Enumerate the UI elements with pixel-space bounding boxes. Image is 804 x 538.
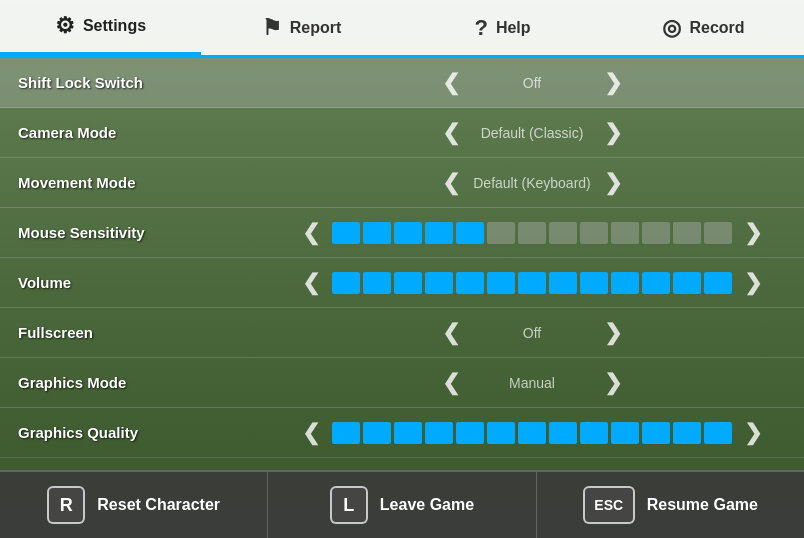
arrow-right-fullscreen[interactable]: ❯ bbox=[600, 320, 626, 346]
setting-value-camera-mode: Default (Classic) bbox=[472, 125, 592, 141]
slider-segment-8 bbox=[580, 422, 608, 444]
record-icon: ◎ bbox=[662, 15, 681, 41]
arrow-right-graphics-mode[interactable]: ❯ bbox=[600, 370, 626, 396]
setting-control-movement-mode: ❮Default (Keyboard)❯ bbox=[270, 170, 794, 196]
action-reset[interactable]: RReset Character bbox=[0, 472, 268, 538]
setting-label-graphics-mode: Graphics Mode bbox=[10, 374, 270, 391]
nav-label-report: Report bbox=[290, 19, 342, 37]
setting-value-movement-mode: Default (Keyboard) bbox=[472, 175, 592, 191]
report-icon: ⚑ bbox=[262, 15, 282, 41]
nav-label-help: Help bbox=[496, 19, 531, 37]
slider-segment-3 bbox=[425, 222, 453, 244]
slider-segment-5 bbox=[487, 422, 515, 444]
setting-row-movement-mode: Movement Mode❮Default (Keyboard)❯ bbox=[0, 158, 804, 208]
slider-segment-6 bbox=[518, 272, 546, 294]
slider-segment-2 bbox=[394, 272, 422, 294]
arrow-left-graphics-mode[interactable]: ❮ bbox=[438, 370, 464, 396]
setting-control-volume: ❮❯ bbox=[270, 270, 794, 296]
slider-segment-1 bbox=[363, 422, 391, 444]
setting-value-shift-lock: Off bbox=[472, 75, 592, 91]
slider-graphics-quality bbox=[332, 422, 732, 444]
setting-row-graphics-mode: Graphics Mode❮Manual❯ bbox=[0, 358, 804, 408]
slider-segment-10 bbox=[642, 272, 670, 294]
settings-icon: ⚙ bbox=[55, 13, 75, 39]
setting-control-mouse-sensitivity: ❮❯ bbox=[270, 220, 794, 246]
arrow-right-mouse-sensitivity[interactable]: ❯ bbox=[740, 220, 766, 246]
nav-item-help[interactable]: ?Help bbox=[402, 0, 603, 55]
nav-item-settings[interactable]: ⚙Settings bbox=[0, 0, 201, 55]
slider-segment-7 bbox=[549, 272, 577, 294]
help-icon: ? bbox=[474, 15, 487, 41]
setting-label-camera-mode: Camera Mode bbox=[10, 124, 270, 141]
setting-label-graphics-quality: Graphics Quality bbox=[10, 424, 270, 441]
nav-bar: ⚙Settings⚑Report?Help◎Record bbox=[0, 0, 804, 58]
slider-segment-8 bbox=[580, 222, 608, 244]
slider-segment-12 bbox=[704, 422, 732, 444]
slider-segment-4 bbox=[456, 422, 484, 444]
setting-row-mouse-sensitivity: Mouse Sensitivity❮❯ bbox=[0, 208, 804, 258]
key-badge-resume: ESC bbox=[583, 486, 635, 524]
slider-segment-2 bbox=[394, 422, 422, 444]
setting-row-graphics-quality: Graphics Quality❮❯ bbox=[0, 408, 804, 458]
setting-label-shift-lock: Shift Lock Switch bbox=[10, 74, 270, 91]
action-label-resume: Resume Game bbox=[647, 496, 758, 514]
action-resume[interactable]: ESCResume Game bbox=[537, 472, 804, 538]
slider-segment-7 bbox=[549, 222, 577, 244]
slider-segment-5 bbox=[487, 272, 515, 294]
setting-value-graphics-mode: Manual bbox=[472, 375, 592, 391]
setting-control-graphics-mode: ❮Manual❯ bbox=[270, 370, 794, 396]
action-label-leave: Leave Game bbox=[380, 496, 474, 514]
slider-segment-1 bbox=[363, 222, 391, 244]
slider-segment-6 bbox=[518, 222, 546, 244]
slider-mouse-sensitivity bbox=[332, 222, 732, 244]
settings-area: Shift Lock Switch❮Off❯Camera Mode❮Defaul… bbox=[0, 58, 804, 470]
arrow-left-volume[interactable]: ❮ bbox=[298, 270, 324, 296]
slider-segment-0 bbox=[332, 272, 360, 294]
slider-segment-9 bbox=[611, 272, 639, 294]
setting-control-shift-lock: ❮Off❯ bbox=[270, 70, 794, 96]
arrow-right-graphics-quality[interactable]: ❯ bbox=[740, 420, 766, 446]
slider-segment-0 bbox=[332, 222, 360, 244]
arrow-left-mouse-sensitivity[interactable]: ❮ bbox=[298, 220, 324, 246]
arrow-right-shift-lock[interactable]: ❯ bbox=[600, 70, 626, 96]
nav-item-report[interactable]: ⚑Report bbox=[201, 0, 402, 55]
setting-control-camera-mode: ❮Default (Classic)❯ bbox=[270, 120, 794, 146]
slider-segment-12 bbox=[704, 222, 732, 244]
setting-label-movement-mode: Movement Mode bbox=[10, 174, 270, 191]
arrow-left-camera-mode[interactable]: ❮ bbox=[438, 120, 464, 146]
arrow-right-volume[interactable]: ❯ bbox=[740, 270, 766, 296]
setting-row-fullscreen: Fullscreen❮Off❯ bbox=[0, 308, 804, 358]
arrow-left-movement-mode[interactable]: ❮ bbox=[438, 170, 464, 196]
slider-segment-3 bbox=[425, 272, 453, 294]
key-badge-reset: R bbox=[47, 486, 85, 524]
slider-segment-8 bbox=[580, 272, 608, 294]
setting-label-fullscreen: Fullscreen bbox=[10, 324, 270, 341]
arrow-left-graphics-quality[interactable]: ❮ bbox=[298, 420, 324, 446]
slider-segment-5 bbox=[487, 222, 515, 244]
slider-segment-0 bbox=[332, 422, 360, 444]
slider-volume bbox=[332, 272, 732, 294]
setting-row-shift-lock: Shift Lock Switch❮Off❯ bbox=[0, 58, 804, 108]
action-label-reset: Reset Character bbox=[97, 496, 220, 514]
setting-row-camera-mode: Camera Mode❮Default (Classic)❯ bbox=[0, 108, 804, 158]
arrow-left-fullscreen[interactable]: ❮ bbox=[438, 320, 464, 346]
nav-label-settings: Settings bbox=[83, 17, 146, 35]
slider-segment-11 bbox=[673, 422, 701, 444]
slider-segment-2 bbox=[394, 222, 422, 244]
slider-segment-1 bbox=[363, 272, 391, 294]
arrow-right-movement-mode[interactable]: ❯ bbox=[600, 170, 626, 196]
main-panel: ⚙Settings⚑Report?Help◎Record Shift Lock … bbox=[0, 0, 804, 538]
setting-label-volume: Volume bbox=[10, 274, 270, 291]
setting-label-mouse-sensitivity: Mouse Sensitivity bbox=[10, 224, 270, 241]
action-leave[interactable]: LLeave Game bbox=[268, 472, 536, 538]
setting-control-fullscreen: ❮Off❯ bbox=[270, 320, 794, 346]
slider-segment-10 bbox=[642, 422, 670, 444]
arrow-right-camera-mode[interactable]: ❯ bbox=[600, 120, 626, 146]
slider-segment-10 bbox=[642, 222, 670, 244]
slider-segment-11 bbox=[673, 222, 701, 244]
action-bar: RReset CharacterLLeave GameESCResume Gam… bbox=[0, 470, 804, 538]
nav-item-record[interactable]: ◎Record bbox=[603, 0, 804, 55]
arrow-left-shift-lock[interactable]: ❮ bbox=[438, 70, 464, 96]
slider-segment-3 bbox=[425, 422, 453, 444]
slider-segment-6 bbox=[518, 422, 546, 444]
